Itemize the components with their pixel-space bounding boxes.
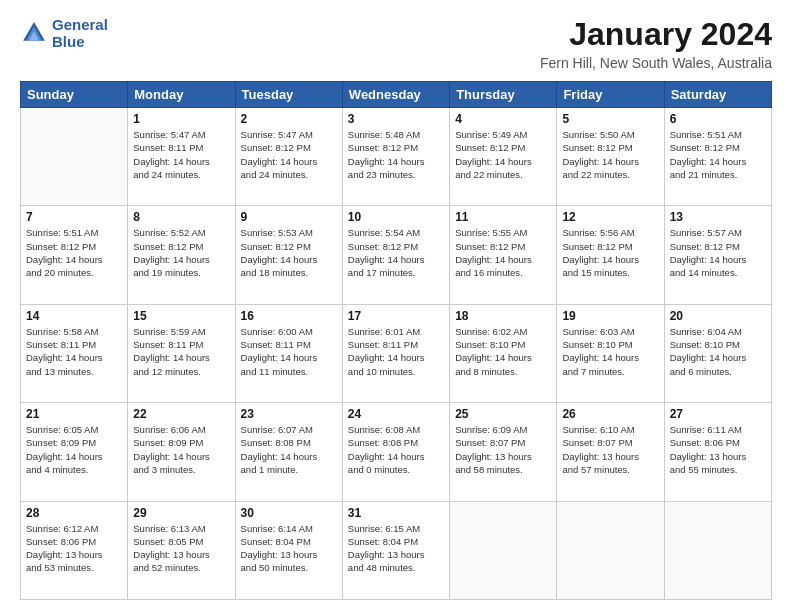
calendar-cell: 18Sunrise: 6:02 AM Sunset: 8:10 PM Dayli… bbox=[450, 304, 557, 402]
day-number: 17 bbox=[348, 309, 444, 323]
calendar-cell: 4Sunrise: 5:49 AM Sunset: 8:12 PM Daylig… bbox=[450, 108, 557, 206]
calendar-week-row: 28Sunrise: 6:12 AM Sunset: 8:06 PM Dayli… bbox=[21, 501, 772, 599]
logo-icon bbox=[20, 19, 48, 47]
day-info: Sunrise: 6:14 AM Sunset: 8:04 PM Dayligh… bbox=[241, 522, 337, 575]
day-info: Sunrise: 6:03 AM Sunset: 8:10 PM Dayligh… bbox=[562, 325, 658, 378]
title-section: January 2024 Fern Hill, New South Wales,… bbox=[540, 16, 772, 71]
day-number: 23 bbox=[241, 407, 337, 421]
day-number: 1 bbox=[133, 112, 229, 126]
day-number: 14 bbox=[26, 309, 122, 323]
calendar-cell: 1Sunrise: 5:47 AM Sunset: 8:11 PM Daylig… bbox=[128, 108, 235, 206]
day-number: 29 bbox=[133, 506, 229, 520]
day-number: 12 bbox=[562, 210, 658, 224]
calendar-cell bbox=[557, 501, 664, 599]
day-number: 27 bbox=[670, 407, 766, 421]
day-info: Sunrise: 6:06 AM Sunset: 8:09 PM Dayligh… bbox=[133, 423, 229, 476]
day-info: Sunrise: 6:10 AM Sunset: 8:07 PM Dayligh… bbox=[562, 423, 658, 476]
day-number: 18 bbox=[455, 309, 551, 323]
calendar-cell: 13Sunrise: 5:57 AM Sunset: 8:12 PM Dayli… bbox=[664, 206, 771, 304]
calendar-week-row: 7Sunrise: 5:51 AM Sunset: 8:12 PM Daylig… bbox=[21, 206, 772, 304]
calendar-day-header: Friday bbox=[557, 82, 664, 108]
day-number: 7 bbox=[26, 210, 122, 224]
day-number: 4 bbox=[455, 112, 551, 126]
day-number: 11 bbox=[455, 210, 551, 224]
day-number: 6 bbox=[670, 112, 766, 126]
day-info: Sunrise: 6:05 AM Sunset: 8:09 PM Dayligh… bbox=[26, 423, 122, 476]
day-number: 30 bbox=[241, 506, 337, 520]
calendar-day-header: Wednesday bbox=[342, 82, 449, 108]
calendar-week-row: 1Sunrise: 5:47 AM Sunset: 8:11 PM Daylig… bbox=[21, 108, 772, 206]
day-number: 3 bbox=[348, 112, 444, 126]
calendar-cell: 15Sunrise: 5:59 AM Sunset: 8:11 PM Dayli… bbox=[128, 304, 235, 402]
day-info: Sunrise: 5:50 AM Sunset: 8:12 PM Dayligh… bbox=[562, 128, 658, 181]
day-number: 8 bbox=[133, 210, 229, 224]
day-number: 16 bbox=[241, 309, 337, 323]
logo-text: General Blue bbox=[52, 16, 108, 50]
day-info: Sunrise: 5:54 AM Sunset: 8:12 PM Dayligh… bbox=[348, 226, 444, 279]
calendar-header-row: SundayMondayTuesdayWednesdayThursdayFrid… bbox=[21, 82, 772, 108]
day-info: Sunrise: 6:00 AM Sunset: 8:11 PM Dayligh… bbox=[241, 325, 337, 378]
calendar-day-header: Saturday bbox=[664, 82, 771, 108]
day-number: 2 bbox=[241, 112, 337, 126]
day-number: 22 bbox=[133, 407, 229, 421]
calendar-cell: 6Sunrise: 5:51 AM Sunset: 8:12 PM Daylig… bbox=[664, 108, 771, 206]
calendar-day-header: Tuesday bbox=[235, 82, 342, 108]
day-info: Sunrise: 5:55 AM Sunset: 8:12 PM Dayligh… bbox=[455, 226, 551, 279]
calendar-week-row: 14Sunrise: 5:58 AM Sunset: 8:11 PM Dayli… bbox=[21, 304, 772, 402]
calendar-cell: 27Sunrise: 6:11 AM Sunset: 8:06 PM Dayli… bbox=[664, 403, 771, 501]
day-number: 28 bbox=[26, 506, 122, 520]
calendar-cell: 2Sunrise: 5:47 AM Sunset: 8:12 PM Daylig… bbox=[235, 108, 342, 206]
day-number: 25 bbox=[455, 407, 551, 421]
calendar-day-header: Sunday bbox=[21, 82, 128, 108]
day-info: Sunrise: 5:48 AM Sunset: 8:12 PM Dayligh… bbox=[348, 128, 444, 181]
calendar-cell: 30Sunrise: 6:14 AM Sunset: 8:04 PM Dayli… bbox=[235, 501, 342, 599]
day-info: Sunrise: 6:13 AM Sunset: 8:05 PM Dayligh… bbox=[133, 522, 229, 575]
day-number: 15 bbox=[133, 309, 229, 323]
calendar-cell: 25Sunrise: 6:09 AM Sunset: 8:07 PM Dayli… bbox=[450, 403, 557, 501]
page: General Blue January 2024 Fern Hill, New… bbox=[0, 0, 792, 612]
calendar-day-header: Monday bbox=[128, 82, 235, 108]
day-info: Sunrise: 5:52 AM Sunset: 8:12 PM Dayligh… bbox=[133, 226, 229, 279]
calendar-cell: 9Sunrise: 5:53 AM Sunset: 8:12 PM Daylig… bbox=[235, 206, 342, 304]
day-number: 21 bbox=[26, 407, 122, 421]
calendar-cell: 10Sunrise: 5:54 AM Sunset: 8:12 PM Dayli… bbox=[342, 206, 449, 304]
day-number: 13 bbox=[670, 210, 766, 224]
day-info: Sunrise: 5:58 AM Sunset: 8:11 PM Dayligh… bbox=[26, 325, 122, 378]
day-info: Sunrise: 5:47 AM Sunset: 8:11 PM Dayligh… bbox=[133, 128, 229, 181]
calendar-table: SundayMondayTuesdayWednesdayThursdayFrid… bbox=[20, 81, 772, 600]
day-number: 26 bbox=[562, 407, 658, 421]
calendar-cell: 14Sunrise: 5:58 AM Sunset: 8:11 PM Dayli… bbox=[21, 304, 128, 402]
calendar-cell bbox=[21, 108, 128, 206]
day-info: Sunrise: 6:01 AM Sunset: 8:11 PM Dayligh… bbox=[348, 325, 444, 378]
day-info: Sunrise: 6:15 AM Sunset: 8:04 PM Dayligh… bbox=[348, 522, 444, 575]
calendar-cell: 31Sunrise: 6:15 AM Sunset: 8:04 PM Dayli… bbox=[342, 501, 449, 599]
day-number: 24 bbox=[348, 407, 444, 421]
calendar-week-row: 21Sunrise: 6:05 AM Sunset: 8:09 PM Dayli… bbox=[21, 403, 772, 501]
day-info: Sunrise: 5:51 AM Sunset: 8:12 PM Dayligh… bbox=[670, 128, 766, 181]
day-info: Sunrise: 5:59 AM Sunset: 8:11 PM Dayligh… bbox=[133, 325, 229, 378]
main-title: January 2024 bbox=[540, 16, 772, 53]
day-info: Sunrise: 5:51 AM Sunset: 8:12 PM Dayligh… bbox=[26, 226, 122, 279]
calendar-cell: 11Sunrise: 5:55 AM Sunset: 8:12 PM Dayli… bbox=[450, 206, 557, 304]
day-number: 31 bbox=[348, 506, 444, 520]
logo: General Blue bbox=[20, 16, 108, 50]
calendar-cell: 28Sunrise: 6:12 AM Sunset: 8:06 PM Dayli… bbox=[21, 501, 128, 599]
calendar-cell: 21Sunrise: 6:05 AM Sunset: 8:09 PM Dayli… bbox=[21, 403, 128, 501]
day-number: 19 bbox=[562, 309, 658, 323]
day-info: Sunrise: 6:09 AM Sunset: 8:07 PM Dayligh… bbox=[455, 423, 551, 476]
day-number: 9 bbox=[241, 210, 337, 224]
day-info: Sunrise: 6:07 AM Sunset: 8:08 PM Dayligh… bbox=[241, 423, 337, 476]
calendar-cell: 17Sunrise: 6:01 AM Sunset: 8:11 PM Dayli… bbox=[342, 304, 449, 402]
calendar-cell: 12Sunrise: 5:56 AM Sunset: 8:12 PM Dayli… bbox=[557, 206, 664, 304]
day-info: Sunrise: 6:12 AM Sunset: 8:06 PM Dayligh… bbox=[26, 522, 122, 575]
day-number: 5 bbox=[562, 112, 658, 126]
day-info: Sunrise: 5:56 AM Sunset: 8:12 PM Dayligh… bbox=[562, 226, 658, 279]
day-info: Sunrise: 5:53 AM Sunset: 8:12 PM Dayligh… bbox=[241, 226, 337, 279]
calendar-cell: 24Sunrise: 6:08 AM Sunset: 8:08 PM Dayli… bbox=[342, 403, 449, 501]
calendar-cell: 26Sunrise: 6:10 AM Sunset: 8:07 PM Dayli… bbox=[557, 403, 664, 501]
day-info: Sunrise: 5:47 AM Sunset: 8:12 PM Dayligh… bbox=[241, 128, 337, 181]
day-info: Sunrise: 5:57 AM Sunset: 8:12 PM Dayligh… bbox=[670, 226, 766, 279]
calendar-cell: 23Sunrise: 6:07 AM Sunset: 8:08 PM Dayli… bbox=[235, 403, 342, 501]
calendar-cell: 16Sunrise: 6:00 AM Sunset: 8:11 PM Dayli… bbox=[235, 304, 342, 402]
day-info: Sunrise: 6:04 AM Sunset: 8:10 PM Dayligh… bbox=[670, 325, 766, 378]
